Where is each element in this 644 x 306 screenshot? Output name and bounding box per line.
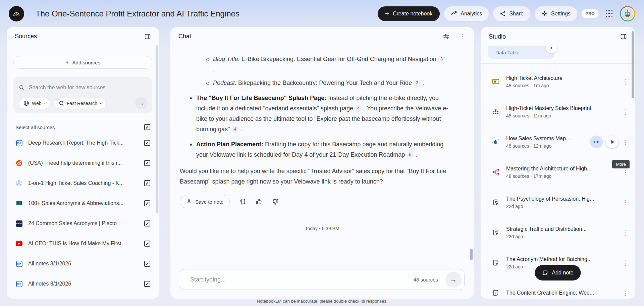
citation-chip[interactable]: 3 [438, 56, 445, 63]
chat-sub-bullet-list: Blog Title: E-Bike Bikepacking: Essentia… [180, 54, 461, 88]
plus-icon: + [65, 59, 69, 66]
play-audio-button[interactable] [606, 136, 619, 148]
search-sources-input[interactable]: Search the web for new sources [29, 85, 106, 91]
item-menu-icon[interactable]: ⋮ [622, 199, 629, 206]
add-sources-button[interactable]: + Add sources [13, 56, 152, 69]
studio-scrollbar[interactable] [632, 31, 634, 98]
sources-count-label: 48 sources [414, 277, 438, 283]
studio-panel-title: Studio [489, 33, 506, 40]
source-row[interactable]: m+ All notes 3/1/2026 ✓ [13, 254, 152, 274]
user-avatar[interactable] [620, 6, 635, 21]
source-checkbox[interactable]: ✓ [144, 241, 150, 247]
chat-settings-icon[interactable] [443, 33, 450, 40]
copy-icon[interactable] [239, 198, 246, 205]
send-message-button[interactable]: → [445, 271, 462, 288]
source-checkbox[interactable]: ✓ [144, 261, 150, 267]
source-row[interactable]: m+ All notes 3/1/2026 ✓ [13, 274, 152, 294]
studio-item[interactable]: High Ticket Architecture 48 sources · 1m… [481, 66, 635, 97]
source-row[interactable]: 100+ Sales Acronyms & Abbreviations... ✓ [13, 193, 152, 213]
add-note-button[interactable]: Add note [535, 265, 581, 280]
item-menu-icon[interactable]: ⋮ [622, 290, 629, 296]
web-source-dropdown[interactable]: Web › [19, 98, 50, 109]
item-menu-icon[interactable]: ⋮ [622, 260, 629, 266]
studio-item-title: High Ticket Architecture [506, 75, 619, 81]
settings-button[interactable]: Settings [535, 6, 577, 21]
studio-item[interactable]: The Content Creation Engine: Wee... ⋮ [481, 278, 635, 299]
studio-item-meta: 48 sources · 1m ago [506, 83, 619, 88]
chat-input[interactable]: Start typing... [190, 276, 414, 283]
source-checkbox[interactable]: ✓ [144, 200, 150, 206]
source-checkbox[interactable]: ✓ [144, 160, 150, 166]
analytics-button[interactable]: Analytics [444, 6, 489, 21]
bullet-lead: Action Plan Placement: [196, 141, 263, 148]
notebook-title[interactable]: The One-Sentence Profit Extractor and AI… [36, 9, 239, 18]
report-icon [491, 289, 501, 297]
studio-item[interactable]: High-Ticket Mastery Sales Blueprint 48 s… [481, 97, 635, 127]
apps-grid-icon[interactable] [606, 10, 613, 17]
notebooklm-logo-icon[interactable] [9, 6, 24, 21]
citation-chip[interactable]: 5 [406, 151, 414, 158]
search-submit-button[interactable]: → [135, 97, 148, 109]
source-row[interactable]: 1-on-1 High Ticket Sales Coaching - K...… [13, 173, 152, 193]
sources-scrollbar[interactable] [156, 45, 158, 213]
chat-scrollbar[interactable] [470, 249, 473, 260]
studio-item-title: Strategic Traffic and Distribution... [506, 226, 619, 232]
source-title: 24 Common Sales Acronyms | Plecto [28, 220, 139, 226]
top-bar: The One-Sentence Profit Extractor and AI… [0, 0, 644, 27]
interactive-audio-button[interactable] [590, 136, 603, 148]
sources-panel: Sources + Add sources Search [7, 27, 159, 299]
bullet-text: Bikepacking the Backcountry: Powering Yo… [236, 80, 412, 86]
item-menu-icon[interactable]: ⋮ [622, 169, 629, 175]
source-title: All notes 3/1/2026 [28, 281, 139, 287]
item-menu-icon[interactable]: ⋮ [622, 139, 629, 145]
settings-label: Settings [551, 11, 571, 17]
studio-item-meta: 48 sources · 12m ago [506, 143, 587, 149]
source-checkbox[interactable]: ✓ [144, 140, 150, 146]
chevron-down-icon: › [98, 102, 103, 104]
collapse-panel-icon[interactable] [620, 33, 627, 40]
research-mode-dropdown[interactable]: Fast Research › [54, 98, 106, 109]
item-menu-icon[interactable]: ⋮ [622, 109, 629, 115]
citation-chip[interactable]: 3 [413, 80, 421, 87]
sources-panel-title: Sources [15, 33, 37, 40]
studio-item[interactable]: Strategic Traffic and Distribution... 22… [481, 217, 635, 248]
plecto-icon: PLECTO [16, 220, 22, 227]
studio-item[interactable]: The Psychology of Persuasion: Hig... 22d… [481, 187, 635, 217]
book-icon [15, 200, 23, 206]
more-tooltip: More [612, 160, 630, 168]
citation-chip[interactable]: 4 [355, 105, 362, 112]
source-row[interactable]: AI CEO: THIS is How I'd Make My First ..… [13, 234, 152, 254]
item-menu-icon[interactable]: ⋮ [622, 79, 629, 85]
create-notebook-label: Create notebook [393, 11, 432, 17]
citation-chip[interactable]: 4 [231, 126, 239, 133]
studio-item-meta: 48 sources · 17m ago [506, 173, 619, 179]
thumbs-down-icon[interactable] [272, 198, 279, 205]
trending-up-icon [451, 10, 457, 17]
save-to-note-button[interactable]: Save to note [180, 195, 230, 208]
source-title: 1-on-1 High Ticket Sales Coaching - K... [28, 180, 139, 186]
source-checkbox[interactable]: ✓ [144, 180, 150, 186]
source-row[interactable]: PLECTO 24 Common Sales Acronyms | Plecto… [13, 213, 152, 234]
studio-item[interactable]: How Sales Systems Map... 48 sources · 12… [481, 127, 635, 157]
studio-item[interactable]: Mastering the Architecture of High... 48… [481, 157, 635, 187]
source-title: 100+ Sales Acronyms & Abbreviations... [28, 200, 139, 206]
thumbs-up-icon[interactable] [255, 198, 263, 205]
chat-menu-icon[interactable]: ⋮ [459, 33, 466, 40]
source-checkbox[interactable]: ✓ [144, 281, 150, 287]
bullet-tail: . [240, 126, 242, 133]
source-checkbox[interactable]: ✓ [144, 220, 150, 226]
add-sources-label: Add sources [72, 60, 100, 65]
collapse-panel-icon[interactable] [144, 33, 151, 40]
share-button[interactable]: Share [493, 6, 530, 21]
bullet-tail: . [422, 80, 424, 86]
item-menu-icon[interactable]: ⋮ [622, 230, 629, 236]
select-all-checkbox[interactable]: ✓ [144, 124, 150, 130]
chevron-down-icon: › [42, 102, 47, 104]
website-favicon-icon [15, 180, 23, 187]
studio-item-title: The Content Creation Engine: Wee... [506, 290, 619, 296]
source-row[interactable]: (USA) I need help determining if this r.… [13, 153, 152, 173]
globe-icon [23, 100, 29, 106]
source-row[interactable]: m+ Deep Research Report: The High-Tick..… [13, 133, 152, 153]
source-title: AI CEO: THIS is How I'd Make My First ..… [28, 241, 139, 247]
create-notebook-button[interactable]: + Create notebook [378, 6, 440, 21]
